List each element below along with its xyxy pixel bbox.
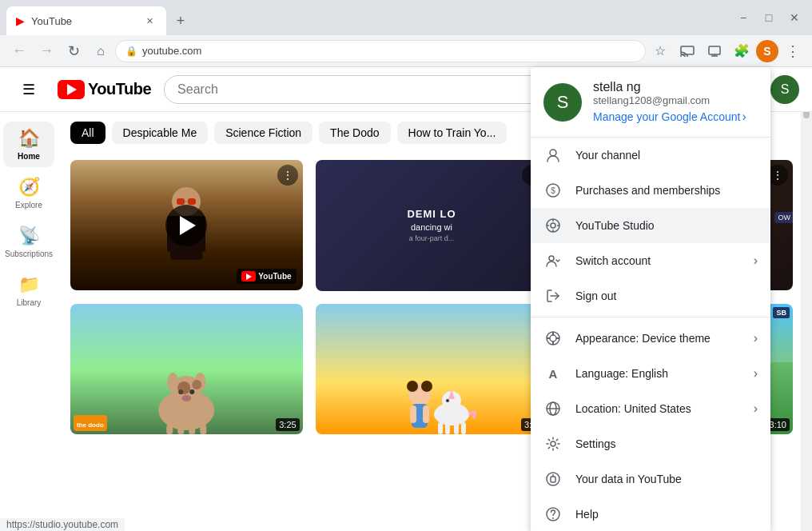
sidebar-item-home[interactable]: 🏠 Home xyxy=(3,122,54,167)
dropdown-item-language[interactable]: A Language: English › xyxy=(531,356,770,391)
svg-point-23 xyxy=(177,381,190,394)
filter-despicable-me[interactable]: Despicable Me xyxy=(112,122,209,144)
video-options-1[interactable]: ⋮ xyxy=(277,165,298,186)
profile-browser-button[interactable]: S xyxy=(756,40,778,62)
tab-title: YouTube xyxy=(31,15,136,27)
svg-rect-19 xyxy=(166,425,173,434)
language-arrow: › xyxy=(754,366,758,381)
switch-account-icon xyxy=(543,251,563,270)
studio-icon xyxy=(543,216,563,235)
svg-text:$: $ xyxy=(551,186,555,195)
refresh-button[interactable]: ↻ xyxy=(61,38,86,64)
bookmark-button[interactable]: ☆ xyxy=(647,38,673,64)
dropdown-item-settings[interactable]: Settings xyxy=(531,426,770,461)
signout-icon xyxy=(543,286,563,305)
browser-menu-button[interactable]: ⋮ xyxy=(780,38,806,64)
video-card-dog[interactable]: the dodo 3:25 xyxy=(70,304,303,435)
home-icon: ⌂ xyxy=(97,44,105,58)
browser-tab-active[interactable]: ▶ YouTube ✕ xyxy=(6,6,166,35)
yt-sidebar: 🏠 Home 🧭 Explore 📡 Subscriptions 📁 Libra… xyxy=(0,112,58,531)
svg-point-63 xyxy=(552,517,554,519)
dropdown-item-appearance[interactable]: Appearance: Device theme › xyxy=(531,321,770,356)
yt-menu-button[interactable]: ☰ xyxy=(13,74,45,106)
svg-point-1 xyxy=(680,55,682,57)
dropdown-item-help[interactable]: Help xyxy=(531,497,770,531)
sidebar-item-library[interactable]: 📁 Library xyxy=(3,268,54,313)
close-button[interactable]: ✕ xyxy=(783,6,806,29)
lock-icon: 🔒 xyxy=(125,46,137,57)
screenshot-button[interactable] xyxy=(702,38,727,64)
svg-rect-21 xyxy=(189,425,195,434)
dropdown-divider-1 xyxy=(531,317,770,317)
home-button[interactable]: ⌂ xyxy=(88,38,113,64)
svg-point-30 xyxy=(421,381,432,392)
dropdown-group-2: Appearance: Device theme › A Language: E… xyxy=(531,321,770,531)
sidebar-item-explore[interactable]: 🧭 Explore xyxy=(3,170,54,216)
browser-scrollbar[interactable] xyxy=(801,67,812,531)
tab-favicon: ▶ xyxy=(16,14,25,27)
address-bar[interactable]: 🔒 youtube.com xyxy=(115,40,646,62)
sidebar-item-subscriptions[interactable]: 📡 Subscriptions xyxy=(3,219,54,265)
dropdown-item-location[interactable]: Location: United States › xyxy=(531,391,770,426)
despicable-figures xyxy=(384,370,480,434)
svg-rect-36 xyxy=(445,422,450,434)
forward-icon: → xyxy=(39,42,54,59)
profile-dropdown: S stella ng stellang1208@gmail.com Manag… xyxy=(531,67,770,531)
video-card-2[interactable]: DEMI LO dancing wi a four-part d... ⋮ xyxy=(316,160,548,291)
dropdown-item-purchases[interactable]: $ Purchases and memberships xyxy=(531,173,770,208)
subscriptions-nav-icon: 📡 xyxy=(18,226,40,246)
play-button-1[interactable] xyxy=(165,205,207,246)
new-tab-button[interactable]: + xyxy=(169,10,192,32)
sidebar-item-label-explore: Explore xyxy=(15,201,42,210)
dropdown-item-your-channel[interactable]: Your channel xyxy=(531,138,770,173)
svg-point-59 xyxy=(551,441,555,446)
video-duration-dog: 3:25 xyxy=(276,418,299,431)
dropdown-item-your-data[interactable]: Your data in YouTube xyxy=(531,461,770,497)
library-nav-icon: 📁 xyxy=(18,274,40,295)
svg-point-39 xyxy=(550,150,556,156)
svg-rect-2 xyxy=(709,46,720,54)
minimize-button[interactable]: − xyxy=(732,6,754,29)
filter-how-to-train[interactable]: How to Train Yo... xyxy=(397,122,508,144)
filter-science-fiction[interactable]: Science Fiction xyxy=(214,122,312,144)
user-avatar[interactable]: S xyxy=(770,75,799,104)
svg-rect-37 xyxy=(454,422,459,434)
extensions-button[interactable]: 🧩 xyxy=(729,38,754,64)
search-input[interactable] xyxy=(164,75,576,104)
svg-rect-0 xyxy=(681,46,694,54)
cast-icon xyxy=(680,46,695,57)
svg-point-17 xyxy=(189,389,194,394)
profile-name: stella ng xyxy=(593,80,758,94)
yt-logo[interactable]: YouTube xyxy=(58,80,151,99)
dropdown-group-1: Your channel $ Purchases and memberships… xyxy=(531,138,770,313)
settings-icon xyxy=(543,434,563,453)
svg-point-18 xyxy=(181,395,191,401)
svg-point-34 xyxy=(446,399,449,402)
svg-point-29 xyxy=(407,381,418,392)
explore-nav-icon: 🧭 xyxy=(18,177,40,198)
dropdown-item-switch[interactable]: Switch account › xyxy=(531,243,770,278)
tab-close-icon[interactable]: ✕ xyxy=(142,14,157,28)
hamburger-icon: ☰ xyxy=(22,81,35,98)
address-text: youtube.com xyxy=(142,45,635,57)
maximize-button[interactable]: □ xyxy=(758,6,780,29)
dropdown-item-studio[interactable]: YouTube Studio xyxy=(531,208,770,243)
video-card-1[interactable]: YouTube ⋮ xyxy=(70,160,303,291)
bookmark-icon: ☆ xyxy=(655,43,666,58)
profile-info: stella ng stellang1208@gmail.com Manage … xyxy=(593,80,758,124)
back-button[interactable]: ← xyxy=(6,38,32,64)
forward-button[interactable]: → xyxy=(34,38,59,64)
svg-point-14 xyxy=(167,373,178,392)
filter-the-dodo[interactable]: The Dodo xyxy=(319,122,390,144)
profile-avatar-large: S xyxy=(543,83,582,122)
language-icon: A xyxy=(543,364,563,383)
channel-icon xyxy=(543,146,563,165)
manage-account-link[interactable]: Manage your Google Account › xyxy=(593,110,758,124)
filter-all[interactable]: All xyxy=(70,122,105,144)
video-card-despicable[interactable]: 3:10 xyxy=(316,304,548,435)
svg-rect-60 xyxy=(551,477,555,482)
back-icon: ← xyxy=(12,42,26,59)
svg-rect-27 xyxy=(410,405,416,423)
dropdown-item-signout[interactable]: Sign out xyxy=(531,278,770,313)
cast-button[interactable] xyxy=(675,38,700,64)
